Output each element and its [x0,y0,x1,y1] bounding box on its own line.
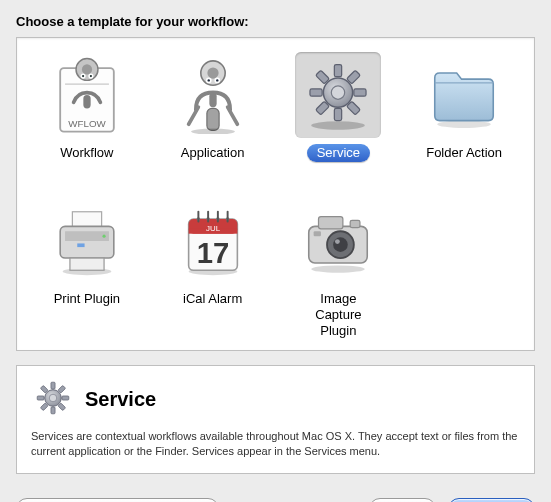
choose-button[interactable]: Choose [448,498,535,502]
template-application[interactable]: Application [153,52,273,162]
svg-rect-34 [70,258,104,270]
application-icon [170,52,256,138]
printer-icon [44,198,130,284]
template-label: Image Capture Plugin [288,290,388,340]
camera-icon [295,198,381,284]
template-ical-alarm[interactable]: JUL 17 iCal Alarm [153,198,273,340]
svg-rect-21 [335,108,342,120]
svg-point-13 [207,79,209,81]
template-print-plugin[interactable]: Print Plugin [27,198,147,340]
svg-rect-35 [77,243,84,247]
svg-point-52 [334,237,349,252]
svg-point-2 [82,64,92,74]
svg-point-10 [207,67,218,78]
svg-point-36 [102,235,105,238]
template-panel: WFLOW Workflow [16,37,535,351]
close-button[interactable]: Close [369,498,436,502]
svg-point-28 [332,86,345,99]
workflow-icon: WFLOW [44,52,130,138]
template-workflow[interactable]: WFLOW Workflow [27,52,147,162]
svg-rect-32 [60,226,114,258]
svg-point-53 [335,239,340,244]
open-existing-workflow-button[interactable]: Open an Existing Workflow… [16,498,219,502]
svg-rect-7 [83,95,90,108]
template-image-capture-plugin[interactable]: Image Capture Plugin [279,198,399,340]
svg-point-5 [82,75,84,77]
template-folder-action[interactable]: Folder Action [404,52,524,162]
svg-rect-22 [354,89,366,96]
description-text: Services are contextual workflows availa… [31,429,520,459]
svg-point-18 [312,121,366,130]
template-label: Folder Action [416,144,512,162]
folder-icon [421,52,507,138]
template-label: Application [171,144,255,162]
svg-rect-49 [319,217,343,229]
description-panel: Service Services are contextual workflow… [16,365,535,474]
svg-rect-33 [65,231,109,241]
svg-text:17: 17 [196,237,229,269]
svg-point-64 [49,394,57,402]
svg-rect-57 [51,407,55,414]
button-row: Open an Existing Workflow… Close Choose [16,498,535,502]
svg-rect-16 [207,108,219,130]
template-label: Workflow [50,144,123,162]
calendar-icon: JUL 17 [170,198,256,284]
svg-rect-23 [310,89,322,96]
svg-point-17 [191,129,235,134]
svg-rect-54 [314,231,321,236]
svg-point-14 [216,79,218,81]
svg-rect-50 [351,220,361,227]
template-label: iCal Alarm [173,290,252,308]
svg-rect-56 [51,382,55,389]
gear-icon [31,376,75,423]
template-label: Service [307,144,370,162]
svg-point-29 [437,121,491,128]
template-service[interactable]: Service [279,52,399,162]
service-icon [295,52,381,138]
svg-rect-58 [62,396,69,400]
svg-point-6 [90,75,92,77]
template-label: Print Plugin [44,290,130,308]
svg-text:JUL: JUL [206,224,221,233]
page-title: Choose a template for your workflow: [16,14,535,29]
svg-rect-20 [335,65,342,77]
svg-rect-15 [209,93,216,108]
svg-text:WFLOW: WFLOW [68,118,106,129]
description-title: Service [85,388,156,411]
svg-point-47 [312,265,366,272]
svg-rect-59 [37,396,44,400]
